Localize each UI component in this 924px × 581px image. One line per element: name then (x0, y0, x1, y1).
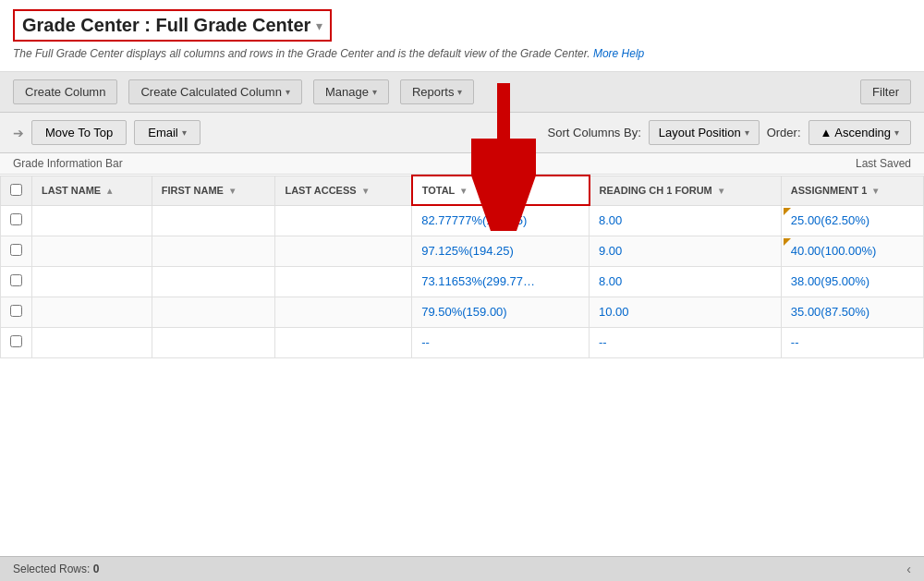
last-saved-label: Last Saved (856, 157, 911, 170)
cell-assignment[interactable]: 25.00(62.50%) (781, 205, 923, 236)
row-checkbox-cell (1, 266, 32, 297)
flag-icon (784, 238, 791, 246)
cell-forum[interactable]: 8.00 (590, 266, 782, 297)
page-header: Grade Center : Full Grade Center ▾ The F… (0, 0, 924, 72)
table-row: ------ (1, 327, 924, 357)
cell-forum[interactable]: 8.00 (590, 205, 782, 236)
row-checkbox-cell (1, 236, 32, 266)
cell-total[interactable]: 79.50%(159.00) (412, 297, 590, 327)
col-total: TOTAL ▾ (412, 176, 590, 205)
row-checkbox[interactable] (10, 335, 22, 347)
row-checkbox-cell (1, 297, 32, 327)
sort-dropdown-icon: ▾ (745, 127, 749, 138)
row-checkbox[interactable] (10, 244, 22, 256)
row-checkbox[interactable] (10, 213, 22, 225)
cell-last-name (32, 205, 152, 236)
flag-icon (784, 208, 791, 215)
email-dropdown-icon: ▾ (182, 127, 187, 138)
cell-last-name (32, 236, 152, 266)
action-bar-right: Sort Columns By: Layout Position ▾ Order… (548, 120, 911, 145)
col-assignment1: ASSIGNMENT 1 ▾ (781, 176, 923, 205)
order-dropdown-icon: ▾ (894, 127, 899, 138)
col-reading-forum: READING CH 1 FORUM ▾ (590, 176, 782, 205)
cell-assignment[interactable]: -- (781, 327, 923, 357)
order-button[interactable]: ▲ Ascending ▾ (808, 120, 911, 145)
page-description: The Full Grade Center displays all colum… (13, 47, 911, 67)
col-first-name: FIRST NAME ▾ (152, 176, 275, 205)
cell-assignment[interactable]: 38.00(95.00%) (781, 266, 923, 297)
cell-forum[interactable]: 10.00 (590, 297, 782, 327)
cell-last-name (32, 297, 152, 327)
selected-rows-text: Selected Rows: 0 (13, 563, 99, 575)
col-last-name: LAST NAME ▴ (32, 176, 152, 205)
row-checkbox-cell (1, 327, 32, 357)
filter-button[interactable]: Filter (860, 79, 911, 104)
cell-last-access (275, 266, 412, 297)
table-row: 97.125%(194.25)9.0040.00(100.00%) (1, 236, 924, 266)
footer-bar: Selected Rows: 0 ‹ (0, 556, 924, 581)
scroll-left-icon[interactable]: ‹ (906, 562, 911, 576)
grade-table-container: LAST NAME ▴ FIRST NAME ▾ LAST ACCESS ▾ T… (0, 175, 924, 358)
row-checkbox[interactable] (10, 274, 22, 286)
cell-first-name (152, 205, 275, 236)
last-access-sort-icon[interactable]: ▾ (363, 186, 368, 196)
cell-first-name (152, 297, 275, 327)
more-help-link[interactable]: More Help (593, 47, 644, 60)
manage-dropdown-icon: ▾ (372, 87, 377, 97)
table-header-row: LAST NAME ▴ FIRST NAME ▾ LAST ACCESS ▾ T… (1, 176, 924, 205)
row-checkbox[interactable] (10, 305, 22, 317)
cell-assignment[interactable]: 35.00(87.50%) (781, 297, 923, 327)
col-checkbox-header (1, 176, 32, 205)
cell-first-name (152, 327, 275, 357)
grade-table: LAST NAME ▴ FIRST NAME ▾ LAST ACCESS ▾ T… (0, 175, 924, 358)
toolbar: Create Column Create Calculated Column ▾… (0, 72, 924, 113)
move-to-top-button[interactable]: Move To Top (31, 120, 127, 145)
action-bar-left: ➔ Move To Top Email ▾ (13, 120, 201, 145)
col-last-access: LAST ACCESS ▾ (275, 176, 412, 205)
cell-total[interactable]: 73.11653%(299.77… (412, 266, 590, 297)
page-title-box: Grade Center : Full Grade Center ▾ (13, 9, 332, 42)
cell-total[interactable]: 97.125%(194.25) (412, 236, 590, 266)
reports-button[interactable]: Reports ▾ (400, 79, 475, 104)
action-bar: ➔ Move To Top Email ▾ Sort Columns By: L… (0, 113, 924, 153)
order-label: Order: (767, 126, 801, 139)
create-calculated-column-button[interactable]: Create Calculated Column ▾ (128, 79, 301, 104)
sort-columns-select[interactable]: Layout Position ▾ (649, 120, 760, 145)
cell-last-access (275, 236, 412, 266)
row-checkbox-cell (1, 205, 32, 236)
title-chevron-icon[interactable]: ▾ (316, 18, 322, 33)
cell-last-access (275, 297, 412, 327)
cell-last-access (275, 205, 412, 236)
cell-assignment[interactable]: 40.00(100.00%) (781, 236, 923, 266)
info-bar: Grade Information Bar Last Saved (0, 153, 924, 175)
total-sort-icon[interactable]: ▾ (461, 186, 466, 196)
grade-info-bar-label: Grade Information Bar (13, 157, 123, 170)
table-row: 79.50%(159.00)10.0035.00(87.50%) (1, 297, 924, 327)
forum-sort-icon[interactable]: ▾ (719, 186, 723, 196)
email-button[interactable]: Email ▾ (134, 120, 201, 145)
cell-total[interactable]: -- (412, 327, 590, 357)
cell-forum[interactable]: 9.00 (590, 236, 782, 266)
sort-columns-label: Sort Columns By: (548, 126, 641, 139)
cell-first-name (152, 236, 275, 266)
calc-column-dropdown-icon: ▾ (286, 87, 290, 97)
cell-total[interactable]: 82.77777%(186.25) (412, 205, 590, 236)
table-row: 73.11653%(299.77…8.0038.00(95.00%) (1, 266, 924, 297)
last-name-sort-icon[interactable]: ▴ (107, 186, 112, 196)
reports-dropdown-icon: ▾ (457, 87, 462, 97)
cell-forum[interactable]: -- (590, 327, 782, 357)
select-all-checkbox[interactable] (10, 184, 22, 196)
first-name-sort-icon[interactable]: ▾ (230, 186, 235, 196)
manage-button[interactable]: Manage ▾ (313, 79, 389, 104)
cell-last-name (32, 327, 152, 357)
cell-last-access (275, 327, 412, 357)
assignment-sort-icon[interactable]: ▾ (873, 186, 878, 196)
table-row: 82.77777%(186.25)8.0025.00(62.50%) (1, 205, 924, 236)
cell-first-name (152, 266, 275, 297)
page-title: Grade Center : Full Grade Center (22, 15, 310, 36)
cell-last-name (32, 266, 152, 297)
action-arrow-icon: ➔ (13, 126, 24, 140)
create-column-button[interactable]: Create Column (13, 79, 117, 104)
